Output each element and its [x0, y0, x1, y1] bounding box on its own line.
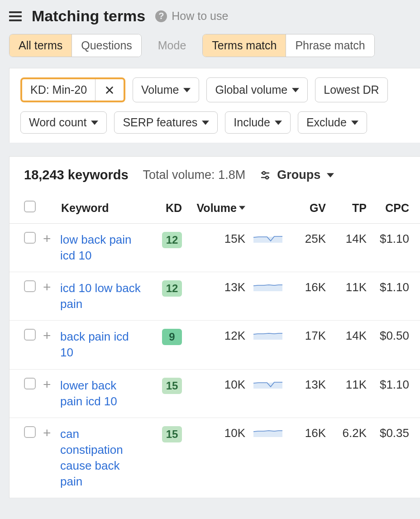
- total-volume: Total volume: 1.8M: [143, 168, 246, 182]
- select-all-checkbox[interactable]: [24, 201, 36, 212]
- filter-kd-remove[interactable]: [95, 81, 124, 99]
- keyword-link[interactable]: low back pain icd 10: [60, 232, 142, 264]
- keyword-count: 18,243 keywords: [24, 168, 129, 183]
- cpc-cell: $0.35: [370, 418, 420, 498]
- tab-all-terms[interactable]: All terms: [10, 34, 72, 57]
- table-row: +icd 10 low back pain1213K16K11K$1.10: [10, 272, 420, 321]
- help-text: How to use: [172, 10, 228, 23]
- keywords-table: Keyword KD Volume GV TP CPC +low back pa…: [10, 194, 420, 498]
- table-row: +low back pain icd 101215K25K14K$1.10: [10, 224, 420, 272]
- filter-volume-label: Volume: [141, 83, 179, 96]
- add-icon[interactable]: +: [43, 231, 51, 246]
- cpc-cell: $1.10: [370, 272, 420, 321]
- gv-cell: 25K: [289, 224, 329, 272]
- filter-word-count[interactable]: Word count: [20, 111, 107, 134]
- svg-point-0: [262, 172, 265, 174]
- add-icon[interactable]: +: [43, 377, 51, 392]
- trend-sparkline: [253, 329, 283, 341]
- gv-cell: 16K: [289, 272, 329, 321]
- kd-badge: 12: [162, 232, 182, 248]
- gv-cell: 13K: [289, 369, 329, 418]
- kd-badge: 12: [162, 280, 182, 297]
- filter-kd-chip[interactable]: KD: Min-20: [20, 77, 125, 102]
- col-keyword[interactable]: Keyword: [57, 194, 154, 224]
- trend-sparkline: [253, 280, 283, 293]
- chevron-down-icon: [183, 83, 191, 96]
- results-card: 18,243 keywords Total volume: 1.8M Group…: [9, 156, 420, 498]
- keyword-link[interactable]: can constipation cause back pain: [60, 426, 142, 490]
- kd-badge: 15: [162, 378, 182, 394]
- groups-button[interactable]: Groups: [260, 168, 334, 182]
- gv-cell: 17K: [289, 321, 329, 369]
- add-icon[interactable]: +: [43, 425, 51, 440]
- volume-cell: 10K: [186, 418, 249, 498]
- chevron-down-icon: [275, 116, 282, 129]
- tab-terms-match[interactable]: Terms match: [203, 34, 286, 57]
- filter-lowest-dr[interactable]: Lowest DR: [315, 77, 387, 102]
- tp-cell: 14K: [329, 224, 370, 272]
- filter-lowest-dr-label: Lowest DR: [324, 83, 379, 96]
- row-checkbox[interactable]: [24, 426, 36, 438]
- chevron-down-icon: [202, 116, 209, 129]
- tp-cell: 14K: [329, 321, 370, 369]
- tp-cell: 6.2K: [329, 418, 370, 498]
- row-checkbox[interactable]: [24, 280, 36, 292]
- row-checkbox[interactable]: [24, 232, 36, 244]
- cpc-cell: $0.50: [370, 321, 420, 369]
- table-row: +back pain icd 10912K17K14K$0.50: [10, 321, 420, 369]
- keyword-link[interactable]: icd 10 low back pain: [60, 280, 142, 312]
- filter-global-volume[interactable]: Global volume: [206, 77, 308, 102]
- cpc-cell: $1.10: [370, 369, 420, 418]
- kd-badge: 15: [162, 426, 182, 442]
- filter-volume[interactable]: Volume: [133, 77, 199, 102]
- col-volume[interactable]: Volume: [186, 194, 249, 224]
- filter-global-volume-label: Global volume: [215, 83, 287, 96]
- volume-cell: 15K: [186, 224, 249, 272]
- row-checkbox[interactable]: [24, 329, 36, 341]
- volume-cell: 10K: [186, 369, 249, 418]
- filter-kd-label: KD: Min-20: [22, 79, 95, 101]
- tab-questions[interactable]: Questions: [72, 34, 141, 57]
- row-checkbox[interactable]: [24, 378, 36, 389]
- keyword-link[interactable]: lower back pain icd 10: [60, 378, 142, 409]
- gv-cell: 16K: [289, 418, 329, 498]
- col-tp[interactable]: TP: [329, 194, 370, 224]
- add-icon[interactable]: +: [43, 328, 51, 343]
- page-title: Matching terms: [32, 7, 145, 25]
- filter-include-label: Include: [234, 116, 270, 129]
- table-row: +lower back pain icd 101510K13K11K$1.10: [10, 369, 420, 418]
- col-kd[interactable]: KD: [154, 194, 186, 224]
- filter-serp-features[interactable]: SERP features: [114, 111, 218, 134]
- filter-exclude-label: Exclude: [306, 116, 347, 129]
- filter-word-count-label: Word count: [29, 116, 86, 129]
- help-link[interactable]: ? How to use: [155, 10, 228, 23]
- kd-badge: 9: [162, 329, 182, 345]
- groups-label: Groups: [277, 168, 320, 182]
- trend-sparkline: [253, 426, 283, 439]
- volume-cell: 12K: [186, 321, 249, 369]
- match-tabgroup: Terms match Phrase match: [202, 34, 374, 57]
- tab-phrase-match[interactable]: Phrase match: [286, 34, 374, 57]
- chevron-down-icon: [292, 83, 299, 96]
- tp-cell: 11K: [329, 272, 370, 321]
- chevron-down-icon: [91, 116, 98, 129]
- col-volume-label: Volume: [197, 202, 237, 215]
- table-row: +can constipation cause back pain1510K16…: [10, 418, 420, 498]
- mode-label: Mode: [158, 39, 186, 52]
- chevron-down-icon: [327, 172, 334, 179]
- col-cpc[interactable]: CPC: [370, 194, 420, 224]
- add-icon[interactable]: +: [43, 279, 51, 294]
- filter-exclude[interactable]: Exclude: [298, 111, 367, 134]
- col-gv[interactable]: GV: [289, 194, 329, 224]
- menu-icon[interactable]: [9, 11, 22, 21]
- keyword-link[interactable]: back pain icd 10: [60, 329, 142, 360]
- trend-sparkline: [253, 378, 283, 390]
- trend-sparkline: [253, 232, 283, 245]
- tp-cell: 11K: [329, 369, 370, 418]
- volume-cell: 13K: [186, 272, 249, 321]
- terms-tabgroup: All terms Questions: [9, 34, 142, 57]
- filter-serp-features-label: SERP features: [123, 116, 197, 129]
- filter-include[interactable]: Include: [225, 111, 291, 134]
- close-icon: [105, 85, 115, 95]
- filters-card: KD: Min-20 Volume Global volume Lowest D…: [9, 68, 420, 143]
